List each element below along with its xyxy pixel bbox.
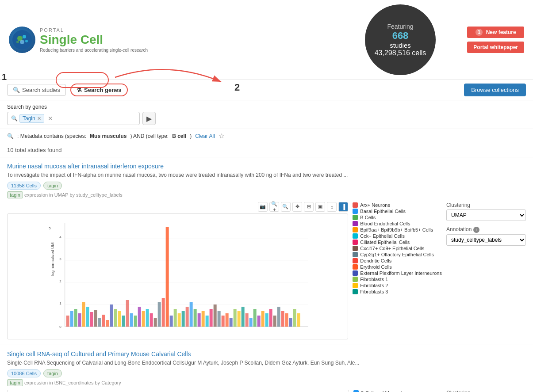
main-content: Murine nasal mucosa after intranasal int…: [0, 157, 533, 392]
header-buttons: 1 New feature Portal whitepaper: [467, 27, 524, 53]
new-feature-badge: 1: [475, 29, 483, 36]
query-line: 🔍 : Metadata contains (species: Mus musc…: [0, 129, 533, 143]
bar-chart-btn[interactable]: ▐: [338, 202, 348, 212]
chart-side-panel-2: Clustering tSNE_coordinates Annotation i: [446, 390, 526, 392]
step2-label: 2: [234, 82, 240, 93]
svg-text:5: 5: [49, 226, 51, 230]
browse-collections-button[interactable]: Browse collections: [464, 84, 526, 96]
legend-color-9: [353, 258, 358, 263]
svg-rect-32: [114, 309, 117, 327]
portal-whitepaper-button[interactable]: Portal whitepaper: [467, 42, 524, 53]
study-tags-1: 11358 Cells tagin: [7, 182, 526, 190]
app-subtitle: Reducing barriers and accelerating singl…: [40, 48, 148, 53]
pan-btn[interactable]: ✥: [292, 202, 302, 212]
chart-toolbar-1: 📷 🔍+ 🔍- ✥ ⊞ ▣ ⌂ ▐: [7, 202, 348, 212]
study-title-1[interactable]: Murine nasal mucosa after intranasal int…: [7, 163, 164, 170]
svg-text:0: 0: [59, 325, 61, 329]
chart-container-1: 📷 🔍+ 🔍- ✥ ⊞ ▣ ⌂ ▐ log normalized UMI: [7, 202, 526, 339]
svg-rect-51: [190, 302, 193, 327]
step1-label: 1: [2, 72, 7, 82]
chart-legend-1: Arx+ Neurons Basal Epithelial Cells B Ce…: [353, 202, 442, 335]
svg-rect-21: [70, 311, 73, 327]
camera-btn[interactable]: 📷: [258, 202, 268, 212]
search-studies-button[interactable]: 🔍 Search studies: [7, 84, 66, 96]
svg-rect-31: [110, 304, 113, 327]
expression-label-2: tagin expression in tSNE_coordinates by …: [7, 379, 526, 386]
clear-all-link[interactable]: Clear All: [195, 133, 215, 139]
legend-item-13: Fibroblasts 2: [353, 282, 442, 289]
svg-rect-57: [214, 304, 217, 327]
chart-legend-2: 0-Cultured Macrophage 1-Cultured Osteobl…: [353, 390, 442, 392]
logo-area: PORTAL Single Cell Reducing barriers and…: [9, 27, 148, 53]
expression-label-1: tagin expression in UMAP by study_cellty…: [7, 191, 526, 198]
study-desc-2: Single-Cell RNA Sequencing of Calvarial …: [7, 359, 526, 367]
search-submit-button[interactable]: ▶: [142, 112, 156, 125]
annotation-info-icon[interactable]: i: [473, 227, 479, 233]
svg-rect-68: [257, 316, 261, 327]
home-btn[interactable]: ⌂: [327, 202, 337, 212]
legend-color-6: [353, 240, 358, 245]
svg-rect-40: [146, 309, 149, 327]
svg-rect-77: [293, 309, 296, 327]
svg-point-4: [16, 41, 19, 43]
svg-point-2: [23, 35, 26, 38]
svg-rect-58: [218, 311, 221, 327]
search-area: Search by genes 🔍 Tagin ✕ ✕ ▶: [0, 100, 533, 129]
svg-rect-78: [297, 313, 300, 327]
new-feature-button[interactable]: 1 New feature: [467, 27, 524, 38]
legend-color-12: [353, 277, 358, 282]
svg-rect-42: [154, 318, 157, 327]
cell-type-value: B cell: [172, 133, 186, 139]
svg-rect-39: [142, 311, 145, 327]
reset-btn[interactable]: ⊞: [304, 202, 314, 212]
studies-label: studies: [390, 42, 411, 49]
svg-rect-45: [166, 227, 169, 327]
svg-text:log normalized UMI: log normalized UMI: [50, 241, 55, 276]
legend-item-9: Dendritic Cells: [353, 258, 442, 264]
favorite-button[interactable]: ☆: [219, 132, 225, 140]
header: PORTAL Single Cell Reducing barriers and…: [0, 0, 533, 80]
legend-item-3: Blood Endothelial Cells: [353, 221, 442, 227]
svg-rect-34: [122, 316, 125, 327]
legend-item-6: Ciliated Epithelial Cells: [353, 239, 442, 245]
svg-rect-36: [130, 313, 133, 327]
legend-item-10: Erythroid Cells: [353, 264, 442, 270]
legend-item-12: Fibroblasts 1: [353, 276, 442, 282]
zoom-in-btn[interactable]: 🔍+: [269, 202, 279, 212]
legend-item-7: Cxcl17+ Cd9+ Epithelial Cells: [353, 245, 442, 251]
svg-rect-53: [198, 313, 201, 327]
svg-rect-65: [245, 313, 249, 327]
title-single: Single: [40, 33, 81, 46]
svg-point-3: [20, 40, 24, 44]
svg-rect-41: [150, 313, 153, 327]
select-btn[interactable]: ▣: [315, 202, 325, 212]
chart-container-2: Expression 0 1 2 3 4: [7, 390, 526, 392]
zoom-out-btn[interactable]: 🔍-: [281, 202, 291, 212]
svg-point-5: [25, 40, 28, 42]
legend-item-4: Bpif9aa+ Bpif9b9b+ Bpifb5+ Cells: [353, 227, 442, 233]
svg-rect-46: [170, 316, 173, 327]
clear-input-button[interactable]: ✕: [46, 114, 55, 123]
svg-rect-64: [242, 307, 245, 327]
svg-rect-22: [74, 309, 77, 327]
legend-color-11: [353, 270, 358, 276]
tag-remove-button[interactable]: ✕: [37, 116, 41, 122]
study-title-2[interactable]: Single cell RNA-seq of Cultured and Prim…: [7, 350, 191, 358]
portal-label: PORTAL: [40, 27, 148, 33]
study-desc-1: To investigate the impact of IFN-alpha o…: [7, 171, 526, 179]
svg-rect-63: [238, 311, 241, 327]
study-card-2: Single cell RNA-seq of Cultured and Prim…: [0, 345, 533, 392]
umap-chart-1: log normalized UMI 0 1 2 3 4 5: [7, 213, 348, 339]
svg-rect-47: [174, 309, 177, 327]
expression-gene-tag-1: tagin: [7, 191, 23, 198]
gene-badge-1: tagin: [43, 182, 62, 190]
gene-tag-input[interactable]: 🔍 Tagin ✕ ✕: [7, 112, 140, 125]
search-label: Search by genes: [7, 104, 526, 110]
search-genes-button[interactable]: ⚗ Search genes: [70, 84, 128, 96]
legend-item-0: Arx+ Neurons: [353, 202, 442, 208]
svg-rect-29: [102, 315, 105, 327]
annotation-select[interactable]: study_celltype_labels: [446, 234, 526, 246]
studies-count: 668: [392, 30, 409, 42]
svg-rect-72: [273, 316, 276, 327]
clustering-select[interactable]: UMAP: [446, 209, 526, 221]
